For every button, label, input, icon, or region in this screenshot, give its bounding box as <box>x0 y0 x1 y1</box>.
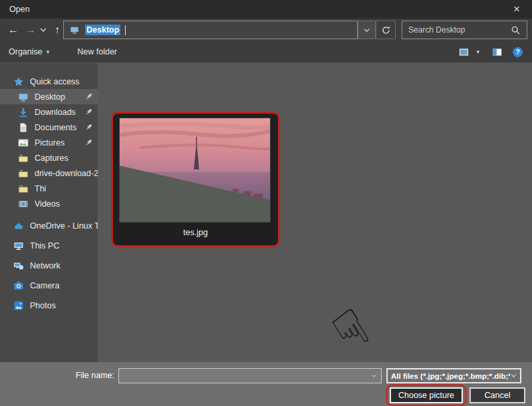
change-view-icon[interactable] <box>458 47 469 57</box>
dialog-footer: File name: All files (*.jpg;*.jpeg;*.bmp… <box>0 362 532 406</box>
this-pc-icon <box>13 241 24 251</box>
sidebar-item-captures[interactable]: Captures <box>0 150 98 165</box>
title-bar: Open × <box>0 0 532 19</box>
window-title: Open <box>9 5 30 14</box>
videos-icon <box>18 199 29 209</box>
sidebar-item-thi[interactable]: Thi <box>0 181 98 196</box>
folder-icon <box>18 153 29 163</box>
command-toolbar: Organise ▾ New folder ▾ <box>0 41 532 63</box>
file-tile-tes-jpg[interactable]: tes.jpg <box>111 112 280 247</box>
sidebar-item-label: This PC <box>30 241 98 251</box>
downloads-icon <box>18 107 29 118</box>
sidebar-item-onedrive-linux-tea[interactable]: OneDrive - Linux Tea <box>0 216 98 236</box>
file-name-field-label: File name: <box>61 371 114 380</box>
close-icon[interactable]: × <box>501 0 532 19</box>
desktop-icon <box>68 25 80 35</box>
help-icon[interactable] <box>512 47 523 58</box>
sidebar-item-quick-access[interactable]: Quick access <box>0 74 98 89</box>
desktop-icon <box>18 92 29 102</box>
star-icon <box>13 76 24 87</box>
folder-icon <box>18 168 29 179</box>
refresh-button[interactable] <box>376 21 396 39</box>
sidebar-item-photos[interactable]: Photos <box>0 296 98 316</box>
new-folder-button[interactable]: New folder <box>77 47 117 56</box>
file-thumbnail-image <box>119 118 271 223</box>
network-icon <box>13 260 24 271</box>
address-bar[interactable]: Desktop <box>63 21 358 39</box>
sidebar-item-network[interactable]: Network <box>0 256 98 276</box>
sidebar-item-camera[interactable]: Camera <box>0 276 98 296</box>
sidebar-item-this-pc[interactable]: This PC <box>0 236 98 256</box>
sidebar-item-label: drive-download-202 <box>35 169 98 178</box>
pin-icon <box>84 108 93 116</box>
caret-down-icon: ▾ <box>47 49 50 55</box>
sidebar-item-label: Network <box>30 261 98 270</box>
file-name-input[interactable] <box>119 371 370 381</box>
sidebar-item-desktop[interactable]: Desktop <box>0 89 98 104</box>
sidebar-item-label: Photos <box>30 301 98 310</box>
photos-icon <box>13 300 24 311</box>
address-dropdown-button[interactable] <box>358 21 376 39</box>
view-caret-down-icon[interactable]: ▾ <box>476 49 479 55</box>
text-caret <box>125 25 126 35</box>
file-list-area[interactable]: tes.jpg <box>98 63 532 362</box>
recent-locations-chevron-icon[interactable] <box>39 25 48 35</box>
file-type-value: All files (*.jpg;*.jpeg;*.bmp;*.dib;*.pn… <box>388 372 510 380</box>
sidebar-item-label: OneDrive - Linux Tea <box>30 221 98 231</box>
forward-icon[interactable]: → <box>23 19 39 41</box>
preview-pane-icon[interactable] <box>491 47 503 57</box>
file-name-label: tes.jpg <box>119 223 272 245</box>
cancel-button[interactable]: Cancel <box>469 387 525 403</box>
address-location[interactable]: Desktop <box>85 25 120 35</box>
sidebar-item-label: Videos <box>35 199 98 209</box>
file-name-chevron-icon[interactable] <box>370 372 378 379</box>
organise-label: Organise <box>9 47 43 56</box>
sidebar-item-label: Captures <box>35 153 98 163</box>
sidebar-item-documents[interactable]: Documents <box>0 120 98 135</box>
camera-icon <box>13 280 24 291</box>
pictures-icon <box>18 138 29 148</box>
search-input[interactable] <box>402 25 511 35</box>
pin-icon <box>84 92 93 101</box>
pin-icon <box>84 123 93 132</box>
navigation-bar: ← → ↑ Desktop <box>0 19 532 41</box>
sidebar-item-pictures[interactable]: Pictures <box>0 135 98 150</box>
sidebar-item-label: Downloads <box>35 108 78 117</box>
sidebar-item-label: Quick access <box>30 77 98 86</box>
search-box <box>402 21 527 39</box>
back-icon[interactable]: ← <box>5 19 21 41</box>
file-name-combo <box>118 368 382 383</box>
dialog-body: Quick accessDesktopDownloadsDocumentsPic… <box>0 63 532 362</box>
sidebar-item-label: Camera <box>30 281 98 290</box>
sidebar-item-label: Pictures <box>35 138 78 148</box>
refresh-icon <box>381 25 391 35</box>
sidebar-item-videos[interactable]: Videos <box>0 196 98 211</box>
sidebar-item-label: Documents <box>35 123 78 132</box>
organise-button[interactable]: Organise ▾ <box>9 47 49 56</box>
file-type-chevron-icon <box>510 372 517 379</box>
folder-icon <box>18 183 29 194</box>
sidebar-item-label: Desktop <box>35 92 78 102</box>
choose-picture-button[interactable]: Choose picture <box>390 387 463 403</box>
document-icon <box>18 122 29 133</box>
toolbar-right-group: ▾ <box>458 47 523 58</box>
navigation-pane: Quick accessDesktopDownloadsDocumentsPic… <box>0 63 98 362</box>
file-type-select[interactable]: All files (*.jpg;*.jpeg;*.bmp;*.dib;*.pn… <box>386 368 521 383</box>
pin-icon <box>84 138 93 147</box>
open-dialog-window: Open × ← → ↑ Desktop Organise ▾ New fold… <box>0 0 532 406</box>
sidebar-item-downloads[interactable]: Downloads <box>0 104 98 120</box>
sidebar-item-drive-download-202[interactable]: drive-download-202 <box>0 165 98 181</box>
search-icon[interactable] <box>511 25 521 35</box>
sidebar-item-label: Thi <box>35 184 98 193</box>
chevron-down-icon <box>362 26 371 35</box>
onedrive-icon <box>13 221 24 231</box>
